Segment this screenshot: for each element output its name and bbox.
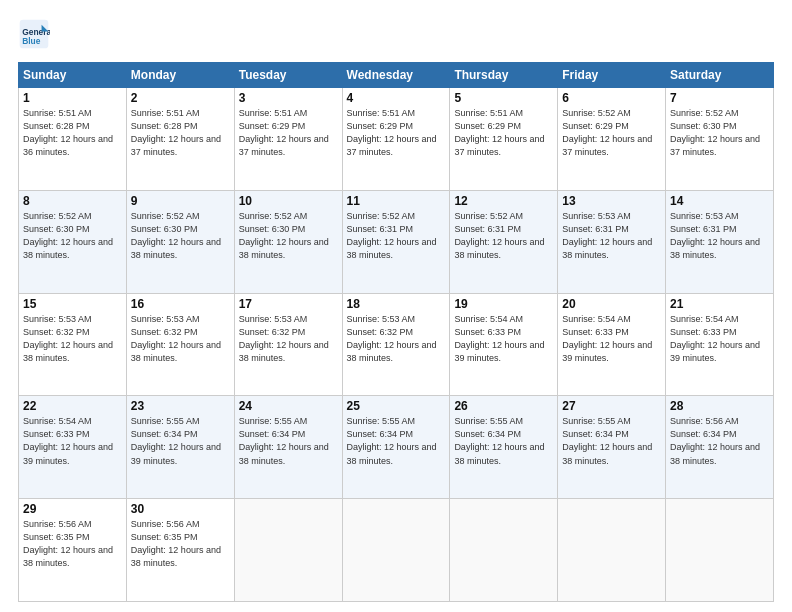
day-number: 21 (670, 297, 769, 311)
calendar-cell: 21 Sunrise: 5:54 AMSunset: 6:33 PMDaylig… (666, 293, 774, 396)
calendar-cell: 3 Sunrise: 5:51 AMSunset: 6:29 PMDayligh… (234, 88, 342, 191)
calendar-cell: 27 Sunrise: 5:55 AMSunset: 6:34 PMDaylig… (558, 396, 666, 499)
calendar-cell: 2 Sunrise: 5:51 AMSunset: 6:28 PMDayligh… (126, 88, 234, 191)
day-number: 17 (239, 297, 338, 311)
day-info: Sunrise: 5:53 AMSunset: 6:32 PMDaylight:… (347, 313, 446, 365)
day-number: 7 (670, 91, 769, 105)
calendar-cell: 15 Sunrise: 5:53 AMSunset: 6:32 PMDaylig… (19, 293, 127, 396)
calendar-cell: 23 Sunrise: 5:55 AMSunset: 6:34 PMDaylig… (126, 396, 234, 499)
day-info: Sunrise: 5:54 AMSunset: 6:33 PMDaylight:… (454, 313, 553, 365)
calendar-cell: 22 Sunrise: 5:54 AMSunset: 6:33 PMDaylig… (19, 396, 127, 499)
calendar-cell: 8 Sunrise: 5:52 AMSunset: 6:30 PMDayligh… (19, 190, 127, 293)
calendar-cell (342, 499, 450, 602)
day-info: Sunrise: 5:53 AMSunset: 6:32 PMDaylight:… (131, 313, 230, 365)
logo-icon: General Blue (18, 18, 50, 50)
calendar-cell: 17 Sunrise: 5:53 AMSunset: 6:32 PMDaylig… (234, 293, 342, 396)
day-info: Sunrise: 5:52 AMSunset: 6:31 PMDaylight:… (454, 210, 553, 262)
day-number: 26 (454, 399, 553, 413)
calendar-cell: 26 Sunrise: 5:55 AMSunset: 6:34 PMDaylig… (450, 396, 558, 499)
calendar-cell: 12 Sunrise: 5:52 AMSunset: 6:31 PMDaylig… (450, 190, 558, 293)
calendar-cell: 30 Sunrise: 5:56 AMSunset: 6:35 PMDaylig… (126, 499, 234, 602)
day-info: Sunrise: 5:55 AMSunset: 6:34 PMDaylight:… (347, 415, 446, 467)
day-number: 14 (670, 194, 769, 208)
calendar-cell: 4 Sunrise: 5:51 AMSunset: 6:29 PMDayligh… (342, 88, 450, 191)
calendar-cell (558, 499, 666, 602)
day-number: 10 (239, 194, 338, 208)
calendar-cell: 19 Sunrise: 5:54 AMSunset: 6:33 PMDaylig… (450, 293, 558, 396)
header: General Blue (18, 18, 774, 50)
day-number: 3 (239, 91, 338, 105)
calendar-cell: 9 Sunrise: 5:52 AMSunset: 6:30 PMDayligh… (126, 190, 234, 293)
calendar-week-row: 8 Sunrise: 5:52 AMSunset: 6:30 PMDayligh… (19, 190, 774, 293)
logo: General Blue (18, 18, 54, 50)
header-monday: Monday (126, 63, 234, 88)
day-info: Sunrise: 5:52 AMSunset: 6:30 PMDaylight:… (239, 210, 338, 262)
day-info: Sunrise: 5:53 AMSunset: 6:31 PMDaylight:… (670, 210, 769, 262)
calendar-cell (666, 499, 774, 602)
day-info: Sunrise: 5:54 AMSunset: 6:33 PMDaylight:… (23, 415, 122, 467)
day-number: 13 (562, 194, 661, 208)
day-info: Sunrise: 5:52 AMSunset: 6:30 PMDaylight:… (23, 210, 122, 262)
day-info: Sunrise: 5:55 AMSunset: 6:34 PMDaylight:… (239, 415, 338, 467)
calendar-cell: 14 Sunrise: 5:53 AMSunset: 6:31 PMDaylig… (666, 190, 774, 293)
day-info: Sunrise: 5:52 AMSunset: 6:30 PMDaylight:… (670, 107, 769, 159)
day-number: 8 (23, 194, 122, 208)
svg-text:Blue: Blue (22, 36, 41, 46)
calendar-header-row: SundayMondayTuesdayWednesdayThursdayFrid… (19, 63, 774, 88)
day-number: 29 (23, 502, 122, 516)
day-info: Sunrise: 5:54 AMSunset: 6:33 PMDaylight:… (670, 313, 769, 365)
day-number: 24 (239, 399, 338, 413)
day-number: 12 (454, 194, 553, 208)
header-sunday: Sunday (19, 63, 127, 88)
calendar-week-row: 29 Sunrise: 5:56 AMSunset: 6:35 PMDaylig… (19, 499, 774, 602)
calendar-cell: 1 Sunrise: 5:51 AMSunset: 6:28 PMDayligh… (19, 88, 127, 191)
calendar-cell: 20 Sunrise: 5:54 AMSunset: 6:33 PMDaylig… (558, 293, 666, 396)
day-number: 5 (454, 91, 553, 105)
header-tuesday: Tuesday (234, 63, 342, 88)
header-friday: Friday (558, 63, 666, 88)
calendar-cell (234, 499, 342, 602)
day-number: 27 (562, 399, 661, 413)
day-number: 25 (347, 399, 446, 413)
calendar-cell: 5 Sunrise: 5:51 AMSunset: 6:29 PMDayligh… (450, 88, 558, 191)
day-number: 6 (562, 91, 661, 105)
header-wednesday: Wednesday (342, 63, 450, 88)
day-info: Sunrise: 5:51 AMSunset: 6:29 PMDaylight:… (239, 107, 338, 159)
calendar-week-row: 1 Sunrise: 5:51 AMSunset: 6:28 PMDayligh… (19, 88, 774, 191)
day-info: Sunrise: 5:55 AMSunset: 6:34 PMDaylight:… (562, 415, 661, 467)
day-info: Sunrise: 5:54 AMSunset: 6:33 PMDaylight:… (562, 313, 661, 365)
day-number: 18 (347, 297, 446, 311)
calendar-cell: 18 Sunrise: 5:53 AMSunset: 6:32 PMDaylig… (342, 293, 450, 396)
calendar-cell: 28 Sunrise: 5:56 AMSunset: 6:34 PMDaylig… (666, 396, 774, 499)
day-info: Sunrise: 5:55 AMSunset: 6:34 PMDaylight:… (131, 415, 230, 467)
calendar-cell: 13 Sunrise: 5:53 AMSunset: 6:31 PMDaylig… (558, 190, 666, 293)
day-number: 30 (131, 502, 230, 516)
day-info: Sunrise: 5:51 AMSunset: 6:29 PMDaylight:… (454, 107, 553, 159)
calendar-cell: 11 Sunrise: 5:52 AMSunset: 6:31 PMDaylig… (342, 190, 450, 293)
day-number: 22 (23, 399, 122, 413)
calendar-cell: 7 Sunrise: 5:52 AMSunset: 6:30 PMDayligh… (666, 88, 774, 191)
day-number: 15 (23, 297, 122, 311)
day-info: Sunrise: 5:52 AMSunset: 6:30 PMDaylight:… (131, 210, 230, 262)
day-number: 20 (562, 297, 661, 311)
calendar-cell: 25 Sunrise: 5:55 AMSunset: 6:34 PMDaylig… (342, 396, 450, 499)
day-info: Sunrise: 5:56 AMSunset: 6:35 PMDaylight:… (131, 518, 230, 570)
day-info: Sunrise: 5:53 AMSunset: 6:32 PMDaylight:… (239, 313, 338, 365)
header-thursday: Thursday (450, 63, 558, 88)
day-number: 2 (131, 91, 230, 105)
day-info: Sunrise: 5:56 AMSunset: 6:34 PMDaylight:… (670, 415, 769, 467)
page: General Blue SundayMondayTuesdayWednesda… (0, 0, 792, 612)
day-info: Sunrise: 5:56 AMSunset: 6:35 PMDaylight:… (23, 518, 122, 570)
day-number: 9 (131, 194, 230, 208)
calendar-cell: 29 Sunrise: 5:56 AMSunset: 6:35 PMDaylig… (19, 499, 127, 602)
calendar-cell: 16 Sunrise: 5:53 AMSunset: 6:32 PMDaylig… (126, 293, 234, 396)
day-number: 11 (347, 194, 446, 208)
header-saturday: Saturday (666, 63, 774, 88)
calendar-cell: 24 Sunrise: 5:55 AMSunset: 6:34 PMDaylig… (234, 396, 342, 499)
day-number: 16 (131, 297, 230, 311)
day-info: Sunrise: 5:53 AMSunset: 6:32 PMDaylight:… (23, 313, 122, 365)
calendar-cell (450, 499, 558, 602)
calendar-week-row: 15 Sunrise: 5:53 AMSunset: 6:32 PMDaylig… (19, 293, 774, 396)
day-number: 28 (670, 399, 769, 413)
day-info: Sunrise: 5:53 AMSunset: 6:31 PMDaylight:… (562, 210, 661, 262)
